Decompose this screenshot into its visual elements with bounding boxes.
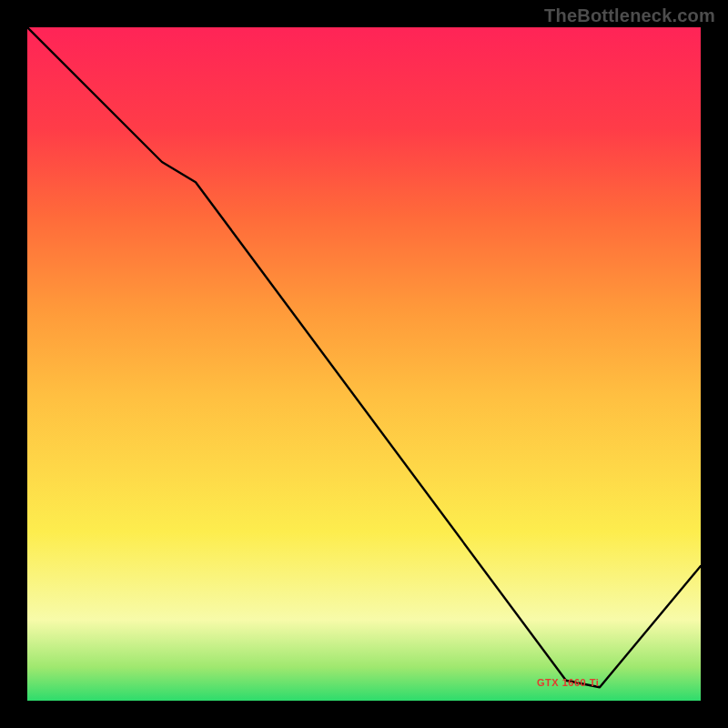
series-legend-label: GTX 1660 Ti — [537, 677, 599, 688]
plot-area: GTX 1660 Ti — [27, 27, 701, 701]
bottleneck-curve-path — [27, 27, 701, 687]
watermark-text: TheBottleneck.com — [544, 5, 715, 26]
chart-frame: TheBottleneck.com GTX 1660 Ti — [0, 0, 728, 728]
bottleneck-curve-svg — [27, 27, 701, 701]
